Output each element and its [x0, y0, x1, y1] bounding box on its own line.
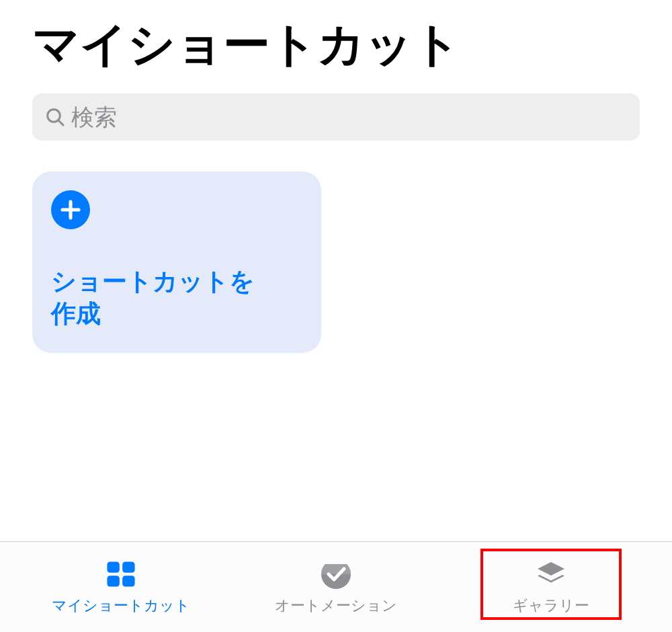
tab-label: マイショートカット	[52, 596, 190, 616]
tab-bar: マイショートカット オートメーション ギャラリー	[0, 541, 672, 632]
svg-rect-4	[107, 562, 119, 573]
tab-label: ギャラリー	[513, 596, 589, 616]
svg-rect-6	[107, 576, 119, 586]
plus-icon	[51, 190, 90, 229]
svg-line-1	[58, 120, 63, 125]
create-shortcut-card[interactable]: ショートカットを 作成	[32, 171, 321, 353]
search-input[interactable]	[71, 104, 628, 130]
tab-automation[interactable]: オートメーション	[228, 546, 444, 627]
tab-gallery[interactable]: ギャラリー	[444, 546, 659, 627]
search-icon	[44, 106, 66, 128]
svg-rect-8	[317, 555, 355, 564]
page-title: マイショートカット	[32, 13, 640, 77]
search-bar[interactable]	[32, 93, 640, 141]
gallery-stack-icon	[534, 557, 569, 592]
tab-my-shortcuts[interactable]: マイショートカット	[13, 546, 228, 627]
create-shortcut-label: ショートカットを 作成	[51, 266, 302, 334]
svg-rect-7	[122, 576, 134, 586]
grid-icon	[103, 557, 138, 592]
automation-check-icon	[317, 557, 355, 592]
tab-label: オートメーション	[275, 596, 397, 616]
svg-rect-5	[122, 562, 134, 573]
main-content: マイショートカット ショートカットを 作成	[0, 0, 672, 541]
